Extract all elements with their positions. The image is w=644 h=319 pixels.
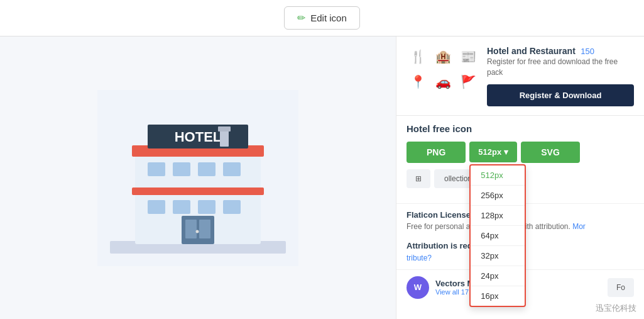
svg-text:HOTEL: HOTEL — [175, 129, 222, 145]
svg-rect-9 — [198, 162, 216, 176]
license-more-link[interactable]: Mor — [572, 222, 586, 231]
pack-icon-location: 📍 — [407, 70, 429, 93]
pack-icon-flag: 🚩 — [457, 70, 479, 93]
svg-rect-16 — [185, 220, 197, 238]
pack-count: 150 — [581, 47, 594, 56]
dropdown-arrow-icon: ▾ — [504, 147, 508, 157]
top-bar: ✏ Edit icon — [0, 0, 644, 36]
size-option-32[interactable]: 32px — [471, 246, 525, 266]
svg-rect-7 — [148, 162, 165, 176]
svg-rect-13 — [198, 200, 216, 214]
pack-icons-grid: 🍴 🏨 📰 📍 🚗 🚩 — [407, 45, 479, 93]
svg-rect-4 — [132, 187, 264, 195]
svg-rect-12 — [173, 200, 190, 214]
edit-icon-label: Edit icon — [310, 13, 347, 23]
download-section: Hotel free icon PNG 512px ▾ 512px 256px … — [396, 116, 644, 203]
size-option-16[interactable]: 16px — [471, 286, 525, 306]
pack-section: 🍴 🏨 📰 📍 🚗 🚩 Hotel and Restaurant 150 Reg… — [396, 36, 644, 116]
size-dropdown: 512px 256px 128px 64px 32px 24px 16px — [469, 164, 526, 307]
pack-icon-car: 🚗 — [432, 70, 454, 93]
pack-title: Hotel and Restaurant — [487, 46, 576, 56]
main-content: HOTEL — [0, 36, 644, 319]
png-button[interactable]: PNG — [407, 142, 466, 163]
grid-icon: ⊞ — [415, 174, 422, 183]
size-button[interactable]: 512px ▾ — [469, 142, 517, 162]
collection-label: ollection — [444, 174, 472, 183]
pack-icon-fork: 🍴 — [407, 45, 429, 68]
svg-point-18 — [196, 230, 199, 233]
svg-rect-19 — [220, 129, 229, 147]
svg-rect-14 — [223, 200, 241, 214]
left-panel: HOTEL — [0, 36, 396, 319]
edit-icon-button[interactable]: ✏ Edit icon — [284, 6, 360, 30]
svg-rect-17 — [199, 220, 210, 238]
svg-rect-8 — [173, 162, 190, 176]
watermark: 迅宝伦科技 — [592, 301, 640, 315]
current-size-label: 512px — [478, 147, 501, 157]
author-avatar: W — [407, 276, 429, 299]
pack-info: Hotel and Restaurant 150 Register for fr… — [487, 45, 634, 106]
pack-title-row: Hotel and Restaurant 150 — [487, 45, 634, 57]
pack-description: Register for free and download the free … — [487, 57, 634, 78]
section-title: Hotel free icon — [407, 123, 634, 134]
size-option-256[interactable]: 256px — [471, 186, 525, 206]
right-panel: 🍴 🏨 📰 📍 🚗 🚩 Hotel and Restaurant 150 Reg… — [396, 36, 644, 319]
size-option-24[interactable]: 24px — [471, 266, 525, 286]
hotel-illustration: HOTEL — [97, 90, 298, 266]
grid-view-button[interactable]: ⊞ — [407, 169, 430, 188]
size-dropdown-container: 512px ▾ 512px 256px 128px 64px 32px 24px… — [469, 142, 517, 163]
svg-rect-11 — [148, 200, 165, 214]
follow-label: Fo — [616, 283, 625, 292]
pack-icon-news: 📰 — [457, 45, 479, 68]
attribution-link[interactable]: tribute? — [407, 254, 432, 262]
size-option-128[interactable]: 128px — [471, 206, 525, 226]
register-download-button[interactable]: Register & Download — [487, 84, 634, 106]
svg-button[interactable]: SVG — [521, 142, 580, 163]
follow-button[interactable]: Fo — [608, 278, 634, 297]
svg-rect-20 — [218, 126, 231, 132]
format-buttons: PNG 512px ▾ 512px 256px 128px 64px 32px … — [407, 142, 634, 163]
svg-rect-10 — [223, 162, 241, 176]
size-option-512[interactable]: 512px — [471, 165, 525, 186]
pencil-icon: ✏ — [297, 12, 305, 24]
size-option-64[interactable]: 64px — [471, 226, 525, 246]
pack-icon-hotel: 🏨 — [432, 45, 454, 68]
